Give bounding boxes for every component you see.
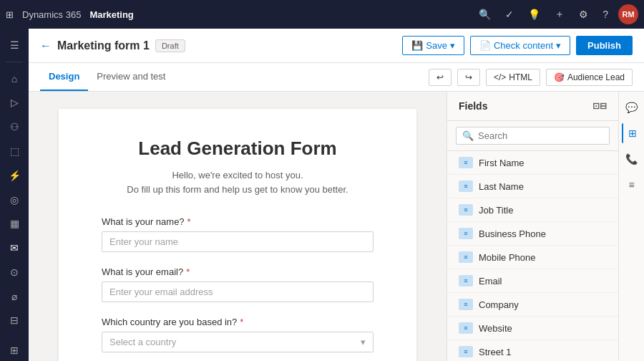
app-module: Marketing bbox=[89, 9, 133, 20]
list-item[interactable]: ≡ Mobile Phone bbox=[447, 246, 618, 269]
sidebar-icon-chart[interactable]: ⬚ bbox=[3, 140, 26, 162]
undo-button[interactable]: ↩ bbox=[429, 69, 452, 86]
status-badge: Draft bbox=[155, 39, 185, 52]
panel-view-icon[interactable]: ⊡⊟ bbox=[592, 101, 607, 111]
email-input[interactable]: Enter your email address bbox=[102, 281, 374, 302]
list-item[interactable]: ≡ First Name bbox=[447, 151, 618, 175]
field-type-icon: ≡ bbox=[459, 157, 473, 168]
main-layout: ☰ ⌂ ▷ ⚇ ⬚ ⚡ ◎ ▦ ✉ ⊙ ⌀ ⊟ ⊞ ← Marketing fo… bbox=[0, 29, 644, 361]
check-icon: 📄 bbox=[479, 40, 491, 51]
search-icon: 🔍 bbox=[462, 130, 474, 141]
sidebar-icon-home[interactable]: ⌂ bbox=[3, 68, 26, 90]
sidebar-icon-chat[interactable]: ⌀ bbox=[3, 286, 26, 307]
sidebar-icon-table[interactable]: ▦ bbox=[3, 213, 26, 234]
field-type-icon: ≡ bbox=[459, 228, 473, 239]
fields-panel: Fields ⊡⊟ 🔍 ≡ First Name ≡ bbox=[447, 92, 618, 361]
sidebar-icon-book[interactable]: ⊟ bbox=[3, 310, 26, 332]
field-type-icon: ≡ bbox=[459, 346, 473, 357]
checkmark-nav-icon[interactable]: ✓ bbox=[505, 9, 514, 20]
top-nav: ⊞ Dynamics 365 Marketing 🔍 ✓ 💡 ＋ ⚙ ? RM bbox=[0, 0, 644, 29]
list-item[interactable]: ≡ Street 1 bbox=[447, 340, 618, 361]
audience-button[interactable]: 🎯 Audience Lead bbox=[546, 69, 633, 86]
page-title: Marketing form 1 bbox=[57, 39, 150, 52]
form-title: Lead Generation Form bbox=[102, 138, 374, 160]
field-type-icon: ≡ bbox=[459, 299, 473, 310]
form-subtitle: Hello, we're excited to host you. Do fil… bbox=[102, 168, 374, 196]
redo-button[interactable]: ↪ bbox=[457, 69, 480, 86]
form-field-country: Which country are you based in? * Select… bbox=[102, 317, 374, 352]
form-field-email: What is your email? * Enter your email a… bbox=[102, 266, 374, 302]
list-panel-icon[interactable]: ≡ bbox=[622, 175, 642, 195]
far-right-panel: 💬 ⊞ 📞 ≡ bbox=[618, 92, 644, 361]
sidebar-icon-filter[interactable]: ⚡ bbox=[3, 165, 26, 186]
tab-preview[interactable]: Preview and test bbox=[88, 63, 174, 91]
required-indicator: * bbox=[187, 216, 191, 227]
tab-bar: Design Preview and test ↩ ↪ </> HTML 🎯 A… bbox=[29, 63, 644, 92]
html-icon: </> bbox=[494, 72, 506, 82]
header-actions: 💾 Save ▾ 📄 Check content ▾ Publish bbox=[402, 36, 633, 55]
country-select[interactable]: Select a country ▾ bbox=[102, 332, 374, 352]
field-type-icon: ≡ bbox=[459, 204, 473, 216]
tab-design[interactable]: Design bbox=[40, 63, 88, 91]
fields-search-area: 🔍 bbox=[447, 121, 618, 151]
tabs: Design Preview and test bbox=[40, 63, 174, 91]
field-label-country: Which country are you based in? * bbox=[102, 317, 374, 327]
required-indicator-email: * bbox=[186, 266, 190, 277]
field-label-email: What is your email? * bbox=[102, 266, 374, 277]
list-item[interactable]: ≡ Business Phone bbox=[447, 222, 618, 246]
form-field-name: What is your name? * Enter your name bbox=[102, 216, 374, 252]
list-item[interactable]: ≡ Last Name bbox=[447, 175, 618, 198]
form-canvas: Lead Generation Form Hello, we're excite… bbox=[59, 109, 416, 361]
html-button[interactable]: </> HTML bbox=[486, 69, 540, 86]
sidebar-icon-menu[interactable]: ☰ bbox=[3, 34, 26, 56]
app-name: Dynamics 365 bbox=[22, 9, 81, 20]
check-content-button[interactable]: 📄 Check content ▾ bbox=[470, 36, 570, 55]
grid-icon[interactable]: ⊞ bbox=[6, 9, 14, 20]
help-nav-icon[interactable]: ? bbox=[602, 9, 608, 20]
search-input[interactable] bbox=[478, 130, 603, 141]
audience-icon: 🎯 bbox=[554, 72, 565, 82]
field-type-icon: ≡ bbox=[459, 322, 473, 334]
comment-panel-icon[interactable]: 💬 bbox=[622, 97, 642, 117]
required-indicator-country: * bbox=[240, 317, 243, 327]
field-type-icon: ≡ bbox=[459, 180, 473, 192]
list-item[interactable]: ≡ Job Title bbox=[447, 198, 618, 222]
user-avatar[interactable]: RM bbox=[618, 4, 638, 24]
phone-panel-icon[interactable]: 📞 bbox=[622, 149, 642, 169]
list-item[interactable]: ≡ Website bbox=[447, 317, 618, 340]
check-dropdown-icon[interactable]: ▾ bbox=[556, 40, 561, 51]
field-type-icon: ≡ bbox=[459, 275, 473, 287]
sidebar-icon-email[interactable]: ✉ bbox=[3, 237, 26, 259]
sidebar-icon-people[interactable]: ⚇ bbox=[3, 116, 26, 138]
back-button[interactable]: ← bbox=[40, 39, 52, 52]
gear-nav-icon[interactable]: ⚙ bbox=[579, 9, 588, 20]
publish-button[interactable]: Publish bbox=[576, 36, 633, 55]
search-box: 🔍 bbox=[456, 127, 610, 145]
list-item[interactable]: ≡ Email bbox=[447, 269, 618, 293]
content-area: ← Marketing form 1 Draft 💾 Save ▾ 📄 Chec… bbox=[29, 29, 644, 361]
fields-list: ≡ First Name ≡ Last Name ≡ Job Title ≡ B… bbox=[447, 151, 618, 361]
page-header: ← Marketing form 1 Draft 💾 Save ▾ 📄 Chec… bbox=[29, 29, 644, 63]
chevron-down-icon: ▾ bbox=[361, 337, 366, 347]
editor-area: Lead Generation Form Hello, we're excite… bbox=[29, 92, 644, 361]
canvas-area: Lead Generation Form Hello, we're excite… bbox=[29, 92, 447, 361]
field-label-name: What is your name? * bbox=[102, 216, 374, 227]
fields-panel-header: Fields ⊡⊟ bbox=[447, 92, 618, 121]
sidebar-divider-1 bbox=[6, 62, 23, 62]
sidebar-icon-settings[interactable]: ⊞ bbox=[3, 340, 26, 361]
save-icon: 💾 bbox=[411, 40, 423, 51]
sidebar-icon-globe[interactable]: ◎ bbox=[3, 189, 26, 211]
save-dropdown-icon[interactable]: ▾ bbox=[450, 40, 455, 51]
sidebar-icon-person[interactable]: ⊙ bbox=[3, 261, 26, 283]
fields-panel-icon[interactable]: ⊞ bbox=[622, 123, 642, 143]
left-sidebar: ☰ ⌂ ▷ ⚇ ⬚ ⚡ ◎ ▦ ✉ ⊙ ⌀ ⊟ ⊞ bbox=[0, 29, 29, 361]
list-item[interactable]: ≡ Company bbox=[447, 293, 618, 317]
name-input[interactable]: Enter your name bbox=[102, 231, 374, 252]
plus-nav-icon[interactable]: ＋ bbox=[555, 8, 565, 21]
field-type-icon: ≡ bbox=[459, 251, 473, 263]
bulb-nav-icon[interactable]: 💡 bbox=[528, 9, 540, 20]
tab-actions: ↩ ↪ </> HTML 🎯 Audience Lead bbox=[429, 69, 633, 86]
search-nav-icon[interactable]: 🔍 bbox=[479, 9, 491, 20]
save-button[interactable]: 💾 Save ▾ bbox=[402, 36, 464, 55]
sidebar-icon-play[interactable]: ▷ bbox=[3, 92, 26, 114]
